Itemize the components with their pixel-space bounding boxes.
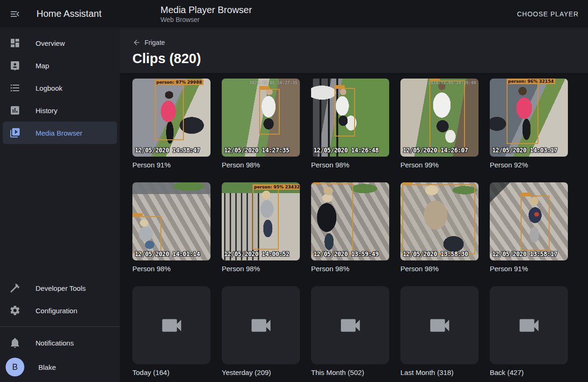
- clip-timestamp: 12/05/2020 14:03:17: [492, 146, 557, 153]
- sidebar-item-logbook[interactable]: Logbook: [3, 77, 117, 99]
- folder-label: This Month (502): [311, 368, 389, 377]
- detection-label: [259, 86, 269, 89]
- clip-caption: Person 98%: [400, 265, 479, 273]
- detection-bounding-box: [429, 80, 465, 151]
- sidebar-toggle-button[interactable]: [4, 3, 26, 25]
- detection-bounding-box: [311, 183, 353, 254]
- clip-timestamp: 12/05/2020 14:26:07: [403, 146, 468, 153]
- sidebar-item-label: Notifications: [36, 339, 74, 347]
- clip-thumbnail[interactable]: 12/05/2020 13:59:49: [311, 182, 389, 260]
- clip-caption: Person 92%: [490, 161, 568, 169]
- video-camera-icon: [338, 313, 363, 338]
- avatar: B: [6, 358, 24, 376]
- sidebar-item-label: History: [36, 107, 58, 115]
- detection-label: [311, 182, 320, 184]
- choose-player-button[interactable]: CHOOSE PLAYER: [508, 6, 588, 22]
- list-bulleted-icon: [9, 82, 21, 94]
- sidebar-item-history[interactable]: History: [3, 99, 117, 122]
- clip-item[interactable]: 12/05/2020 14:26:48 Person 98%: [311, 79, 389, 169]
- folder-label: Yesterday (209): [222, 368, 300, 377]
- clip-timestamp: 12/05/2020 13:59:49: [313, 250, 378, 257]
- clip-thumbnail[interactable]: person: 95% 23432 12/05/2020 14:00:52: [222, 182, 300, 260]
- sidebar-item-configuration[interactable]: Configuration: [3, 299, 117, 322]
- clip-timestamp: 12/05/2020 13:58:30: [403, 250, 468, 257]
- clip-item[interactable]: person: 96% 32154 12/05/2020 14:03:17 Pe…: [490, 79, 568, 169]
- sidebar-item-label: Logbook: [36, 84, 63, 92]
- clip-item[interactable]: 12/05/2020 13:58:17 Person 91%: [490, 182, 568, 273]
- clip-timestamp: 12/05/2020 14:01:14: [135, 250, 200, 257]
- clip-thumbnail[interactable]: 12/05/2020 13:58:17: [490, 182, 568, 260]
- clips-grid: person: 97% 29988 12/05/2020 14:38:47 Pe…: [120, 73, 588, 377]
- topbar-left-section: Home Assistant: [0, 3, 120, 25]
- detection-label: person: 96% 32154: [507, 79, 555, 84]
- breadcrumb-back[interactable]: Frigate: [132, 38, 165, 47]
- sidebar: Overview Map Logbook History Media Brows…: [0, 29, 120, 382]
- detection-label: [521, 193, 531, 196]
- sidebar-item-label: Map: [36, 62, 49, 70]
- sidebar-item-notifications[interactable]: Notifications: [3, 332, 117, 354]
- menu-open-icon: [9, 8, 21, 20]
- panel-title: Media Player Browser: [160, 4, 252, 15]
- detection-bounding-box: person: 96% 32154: [507, 83, 538, 144]
- panel-header: Media Player Browser Web Browser: [160, 4, 252, 24]
- media-folder-item[interactable]: Today (164): [132, 286, 211, 377]
- play-box-multiple-icon: [9, 127, 21, 138]
- clip-item[interactable]: 12/05/2020 14:01:14 Person 98%: [132, 182, 211, 273]
- clip-caption: Person 98%: [311, 265, 389, 273]
- clip-item[interactable]: person: 97% 29988 12/05/2020 14:38:47 Pe…: [132, 79, 211, 169]
- media-browser-panel: Frigate Clips (820) person: 97% 29988 12…: [120, 29, 588, 382]
- sidebar-divider: [0, 326, 120, 327]
- media-folder-item[interactable]: Last Month (318): [400, 286, 479, 377]
- panel-subtitle: Web Browser: [160, 15, 252, 24]
- app-title: Home Assistant: [36, 8, 102, 19]
- folder-label: Back (427): [490, 368, 568, 377]
- detection-label: person: 97% 29988: [155, 79, 203, 85]
- detection-label: [402, 182, 413, 185]
- clip-item[interactable]: 12/05/2020 13:58:30 Person 98%: [400, 182, 479, 273]
- account-map-icon: [9, 60, 21, 71]
- clip-thumbnail[interactable]: 12/05/2020 13:58:30: [400, 182, 479, 260]
- clip-thumbnail[interactable]: person: 96% 32154 12/05/2020 14:03:17: [490, 79, 568, 157]
- clip-thumbnail[interactable]: person: 97% 29988 12/05/2020 14:38:47: [132, 79, 211, 157]
- clip-item[interactable]: 12/05/2020 13:59:49 Person 98%: [311, 182, 389, 273]
- clip-thumbnail[interactable]: 2020.12.05 16:26:08 12/05/2020 14:26:07: [400, 79, 479, 157]
- detection-bounding-box: [259, 89, 280, 135]
- top-app-bar: Home Assistant Media Player Browser Web …: [0, 0, 588, 28]
- camera-osd-timestamp: 2020.12.05 16:26:08: [428, 80, 476, 85]
- folder-thumbnail[interactable]: [400, 286, 479, 364]
- clip-caption: Person 98%: [222, 265, 300, 273]
- detection-bounding-box: [132, 216, 161, 253]
- arrow-left-icon: [132, 38, 141, 47]
- media-folder-item[interactable]: Yesterday (209): [222, 286, 300, 377]
- folder-thumbnail[interactable]: [222, 286, 300, 364]
- clip-caption: Person 98%: [222, 161, 300, 169]
- breadcrumb-label: Frigate: [145, 39, 165, 46]
- clip-thumbnail[interactable]: 12/05/2020 14:01:14: [132, 182, 211, 260]
- detection-label: [132, 213, 143, 216]
- sidebar-item-map[interactable]: Map: [3, 54, 117, 77]
- video-camera-icon: [516, 313, 542, 338]
- clip-item[interactable]: person: 95% 23432 12/05/2020 14:00:52 Pe…: [222, 182, 300, 273]
- media-folder-item[interactable]: This Month (502): [311, 286, 389, 377]
- sidebar-nav: Overview Map Logbook History Media Brows…: [0, 29, 120, 144]
- clip-timestamp: 12/05/2020 14:26:48: [313, 146, 378, 153]
- clip-item[interactable]: 2020.12.05 16:27:35 12/05/2020 14:27:35 …: [222, 79, 300, 169]
- sidebar-item-label: Overview: [36, 39, 65, 47]
- clip-thumbnail[interactable]: 12/05/2020 14:26:48: [311, 79, 389, 157]
- clip-caption: Person 99%: [400, 161, 479, 169]
- detection-bounding-box: [334, 88, 355, 137]
- sidebar-user-profile[interactable]: B Blake: [3, 354, 117, 380]
- folder-thumbnail[interactable]: [132, 286, 211, 364]
- clip-caption: Person 91%: [132, 161, 211, 169]
- clip-item[interactable]: 2020.12.05 16:26:08 12/05/2020 14:26:07 …: [400, 79, 479, 169]
- sidebar-item-overview[interactable]: Overview: [3, 32, 117, 54]
- clip-thumbnail[interactable]: 2020.12.05 16:27:35 12/05/2020 14:27:35: [222, 79, 300, 157]
- sidebar-item-media-browser[interactable]: Media Browser: [3, 122, 117, 144]
- media-folder-item[interactable]: Back (427): [490, 286, 568, 377]
- video-camera-icon: [159, 313, 184, 338]
- sidebar-item-developer-tools[interactable]: Developer Tools: [3, 277, 117, 299]
- folder-thumbnail[interactable]: [311, 286, 389, 364]
- detection-bounding-box: [521, 195, 550, 251]
- folder-thumbnail[interactable]: [490, 286, 568, 364]
- video-camera-icon: [427, 313, 452, 338]
